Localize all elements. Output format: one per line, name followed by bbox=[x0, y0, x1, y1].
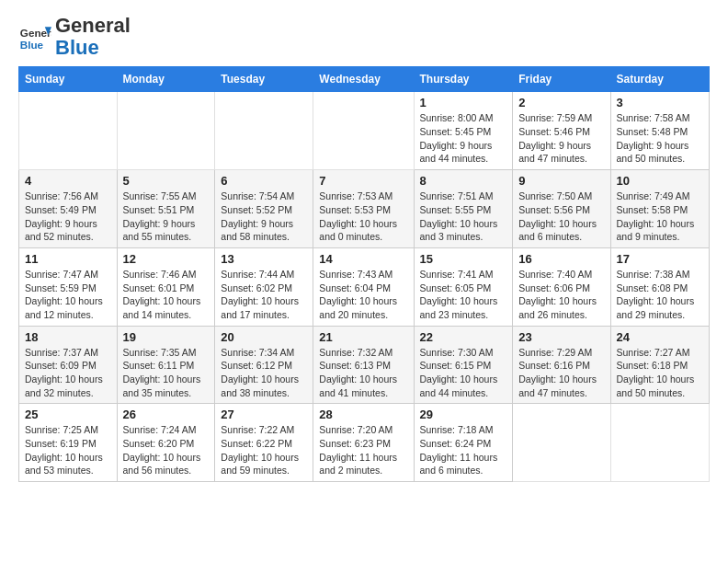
day-info: Sunrise: 7:24 AMSunset: 6:20 PMDaylight:… bbox=[123, 423, 210, 477]
calendar-cell bbox=[313, 92, 414, 170]
calendar-cell bbox=[610, 404, 709, 482]
day-info: Sunrise: 7:35 AMSunset: 6:11 PMDaylight:… bbox=[123, 346, 210, 400]
col-header-wednesday: Wednesday bbox=[313, 67, 414, 92]
day-number: 7 bbox=[319, 174, 407, 188]
col-header-tuesday: Tuesday bbox=[215, 67, 313, 92]
logo-icon: General Blue bbox=[18, 20, 51, 53]
day-info: Sunrise: 7:49 AMSunset: 5:58 PMDaylight:… bbox=[617, 190, 703, 244]
calendar-cell: 24Sunrise: 7:27 AMSunset: 6:18 PMDayligh… bbox=[610, 326, 709, 404]
day-number: 13 bbox=[221, 252, 307, 266]
calendar-cell: 17Sunrise: 7:38 AMSunset: 6:08 PMDayligh… bbox=[610, 247, 709, 326]
calendar-cell: 9Sunrise: 7:50 AMSunset: 5:56 PMDaylight… bbox=[513, 170, 610, 248]
calendar-cell: 2Sunrise: 7:59 AMSunset: 5:46 PMDaylight… bbox=[513, 92, 610, 170]
day-number: 5 bbox=[123, 174, 210, 188]
calendar-cell: 19Sunrise: 7:35 AMSunset: 6:11 PMDayligh… bbox=[117, 326, 215, 404]
calendar-cell: 29Sunrise: 7:18 AMSunset: 6:24 PMDayligh… bbox=[414, 404, 513, 482]
day-number: 18 bbox=[25, 330, 111, 344]
day-info: Sunrise: 7:29 AMSunset: 6:16 PMDaylight:… bbox=[518, 346, 604, 400]
calendar-cell: 27Sunrise: 7:22 AMSunset: 6:22 PMDayligh… bbox=[215, 404, 313, 482]
day-info: Sunrise: 7:53 AMSunset: 5:53 PMDaylight:… bbox=[319, 190, 407, 244]
calendar-cell bbox=[117, 92, 215, 170]
day-info: Sunrise: 7:20 AMSunset: 6:23 PMDaylight:… bbox=[319, 423, 407, 477]
day-info: Sunrise: 7:46 AMSunset: 6:01 PMDaylight:… bbox=[123, 268, 210, 322]
day-info: Sunrise: 7:59 AMSunset: 5:46 PMDaylight:… bbox=[518, 111, 604, 166]
day-info: Sunrise: 7:34 AMSunset: 6:12 PMDaylight:… bbox=[221, 346, 307, 400]
day-info: Sunrise: 7:18 AMSunset: 6:24 PMDaylight:… bbox=[420, 423, 507, 477]
calendar-cell: 14Sunrise: 7:43 AMSunset: 6:04 PMDayligh… bbox=[313, 247, 414, 326]
day-info: Sunrise: 7:40 AMSunset: 6:06 PMDaylight:… bbox=[518, 268, 604, 322]
day-number: 22 bbox=[420, 330, 507, 344]
day-info: Sunrise: 7:37 AMSunset: 6:09 PMDaylight:… bbox=[25, 346, 111, 400]
calendar-cell: 7Sunrise: 7:53 AMSunset: 5:53 PMDaylight… bbox=[313, 170, 414, 248]
day-number: 12 bbox=[123, 252, 210, 266]
day-number: 20 bbox=[221, 330, 307, 344]
calendar-cell bbox=[19, 92, 118, 170]
day-info: Sunrise: 8:00 AMSunset: 5:45 PMDaylight:… bbox=[420, 111, 507, 166]
day-info: Sunrise: 7:51 AMSunset: 5:55 PMDaylight:… bbox=[420, 190, 507, 244]
day-info: Sunrise: 7:54 AMSunset: 5:52 PMDaylight:… bbox=[221, 190, 307, 244]
col-header-thursday: Thursday bbox=[414, 67, 513, 92]
calendar-cell: 18Sunrise: 7:37 AMSunset: 6:09 PMDayligh… bbox=[19, 326, 118, 404]
day-info: Sunrise: 7:38 AMSunset: 6:08 PMDaylight:… bbox=[617, 268, 703, 322]
day-number: 21 bbox=[319, 330, 407, 344]
page-header: General Blue GeneralBlue bbox=[18, 15, 710, 59]
logo-text: GeneralBlue bbox=[55, 15, 131, 59]
day-number: 26 bbox=[123, 408, 210, 421]
day-info: Sunrise: 7:22 AMSunset: 6:22 PMDaylight:… bbox=[221, 423, 307, 477]
col-header-friday: Friday bbox=[513, 67, 610, 92]
day-number: 29 bbox=[420, 408, 507, 421]
col-header-sunday: Sunday bbox=[19, 67, 118, 92]
day-number: 14 bbox=[319, 252, 407, 266]
day-number: 8 bbox=[420, 174, 507, 188]
day-info: Sunrise: 7:50 AMSunset: 5:56 PMDaylight:… bbox=[518, 190, 604, 244]
day-number: 4 bbox=[25, 174, 111, 188]
calendar-cell: 8Sunrise: 7:51 AMSunset: 5:55 PMDaylight… bbox=[414, 170, 513, 248]
calendar-cell: 1Sunrise: 8:00 AMSunset: 5:45 PMDaylight… bbox=[414, 92, 513, 170]
day-number: 28 bbox=[319, 408, 407, 421]
day-number: 11 bbox=[25, 252, 111, 266]
day-number: 10 bbox=[617, 174, 703, 188]
calendar-cell: 10Sunrise: 7:49 AMSunset: 5:58 PMDayligh… bbox=[610, 170, 709, 248]
calendar-cell: 12Sunrise: 7:46 AMSunset: 6:01 PMDayligh… bbox=[117, 247, 215, 326]
day-number: 17 bbox=[617, 252, 703, 266]
calendar-cell: 13Sunrise: 7:44 AMSunset: 6:02 PMDayligh… bbox=[215, 247, 313, 326]
day-info: Sunrise: 7:41 AMSunset: 6:05 PMDaylight:… bbox=[420, 268, 507, 322]
day-info: Sunrise: 7:25 AMSunset: 6:19 PMDaylight:… bbox=[25, 423, 111, 477]
day-number: 3 bbox=[617, 96, 703, 109]
day-number: 6 bbox=[221, 174, 307, 188]
calendar-cell: 15Sunrise: 7:41 AMSunset: 6:05 PMDayligh… bbox=[414, 247, 513, 326]
day-number: 25 bbox=[25, 408, 111, 421]
col-header-saturday: Saturday bbox=[610, 67, 709, 92]
day-number: 24 bbox=[617, 330, 703, 344]
calendar-cell: 11Sunrise: 7:47 AMSunset: 5:59 PMDayligh… bbox=[19, 247, 118, 326]
logo: General Blue GeneralBlue bbox=[18, 15, 131, 59]
calendar-cell: 20Sunrise: 7:34 AMSunset: 6:12 PMDayligh… bbox=[215, 326, 313, 404]
day-number: 16 bbox=[518, 252, 604, 266]
day-number: 2 bbox=[518, 96, 604, 109]
day-number: 23 bbox=[518, 330, 604, 344]
calendar-cell: 23Sunrise: 7:29 AMSunset: 6:16 PMDayligh… bbox=[513, 326, 610, 404]
day-info: Sunrise: 7:47 AMSunset: 5:59 PMDaylight:… bbox=[25, 268, 111, 322]
day-info: Sunrise: 7:27 AMSunset: 6:18 PMDaylight:… bbox=[617, 346, 703, 400]
day-info: Sunrise: 7:44 AMSunset: 6:02 PMDaylight:… bbox=[221, 268, 307, 322]
calendar-cell: 3Sunrise: 7:58 AMSunset: 5:48 PMDaylight… bbox=[610, 92, 709, 170]
day-number: 1 bbox=[420, 96, 507, 109]
calendar-cell: 25Sunrise: 7:25 AMSunset: 6:19 PMDayligh… bbox=[19, 404, 118, 482]
day-number: 27 bbox=[221, 408, 307, 421]
calendar-cell: 5Sunrise: 7:55 AMSunset: 5:51 PMDaylight… bbox=[117, 170, 215, 248]
day-number: 15 bbox=[420, 252, 507, 266]
day-info: Sunrise: 7:58 AMSunset: 5:48 PMDaylight:… bbox=[617, 111, 703, 166]
calendar-cell: 21Sunrise: 7:32 AMSunset: 6:13 PMDayligh… bbox=[313, 326, 414, 404]
day-number: 9 bbox=[518, 174, 604, 188]
col-header-monday: Monday bbox=[117, 67, 215, 92]
calendar-cell bbox=[215, 92, 313, 170]
day-info: Sunrise: 7:32 AMSunset: 6:13 PMDaylight:… bbox=[319, 346, 407, 400]
day-info: Sunrise: 7:43 AMSunset: 6:04 PMDaylight:… bbox=[319, 268, 407, 322]
calendar-table: SundayMondayTuesdayWednesdayThursdayFrid… bbox=[18, 66, 710, 482]
calendar-cell bbox=[513, 404, 610, 482]
calendar-cell: 4Sunrise: 7:56 AMSunset: 5:49 PMDaylight… bbox=[19, 170, 118, 248]
calendar-cell: 26Sunrise: 7:24 AMSunset: 6:20 PMDayligh… bbox=[117, 404, 215, 482]
day-info: Sunrise: 7:56 AMSunset: 5:49 PMDaylight:… bbox=[25, 190, 111, 244]
svg-text:Blue: Blue bbox=[20, 39, 44, 51]
calendar-cell: 28Sunrise: 7:20 AMSunset: 6:23 PMDayligh… bbox=[313, 404, 414, 482]
